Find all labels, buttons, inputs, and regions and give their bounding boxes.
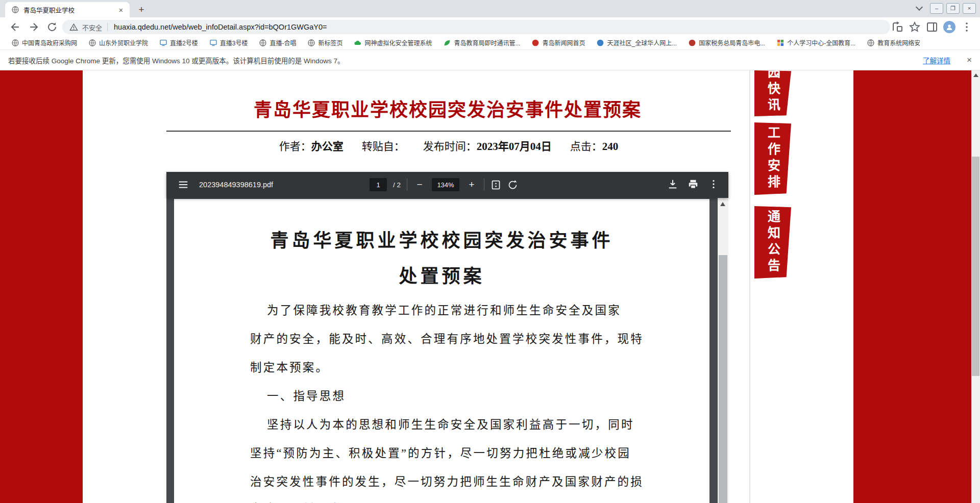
scroll-up-icon[interactable] — [973, 73, 978, 77]
globe-icon — [259, 39, 267, 47]
page-scrollbar[interactable] — [971, 70, 980, 503]
browser-tab[interactable]: 青岛华夏职业学校 × — [5, 2, 130, 17]
pdf-scrollbar[interactable] — [718, 198, 728, 503]
restore-button[interactable]: ❐ — [946, 3, 960, 14]
side-tab-notices[interactable]: 通知公告 — [754, 206, 791, 279]
scroll-up-icon[interactable] — [720, 202, 725, 206]
pdf-zoom-level[interactable]: 134% — [432, 178, 459, 191]
site-favicon-globe-icon — [11, 6, 19, 14]
divider — [749, 70, 750, 503]
meta-hits: 点击：240 — [570, 138, 619, 153]
pdf-filename: 202394849398619.pdf — [199, 181, 273, 189]
tab-title: 青岛华夏职业学校 — [23, 5, 116, 15]
side-panel-icon[interactable] — [926, 21, 938, 33]
learning-center-icon — [776, 39, 785, 47]
document-text-line: 失降到最低限度。 — [250, 499, 653, 503]
globe-icon — [307, 39, 315, 47]
right-red-band — [853, 70, 971, 503]
document-title-line2: 处置预案 — [174, 261, 709, 288]
bookmark-item[interactable]: 教育系统网络安全保障... — [862, 37, 920, 49]
leaf-icon — [443, 39, 451, 47]
bookmark-item[interactable]: 山东外贸职业学院 — [83, 37, 154, 49]
page-content: 园快讯 工作安排 通知公告 青岛华夏职业学校校园突发治安事件处置预案 作者：办公… — [0, 70, 980, 503]
bookmark-label: 个人学习中心-全国教育... — [787, 38, 855, 47]
share-icon[interactable] — [891, 21, 903, 33]
profile-avatar[interactable] — [943, 21, 955, 33]
bookmark-item[interactable]: 国家税务总局青岛市电... — [683, 37, 771, 49]
blue-globe-icon — [596, 39, 604, 47]
new-tab-button[interactable]: + — [135, 4, 148, 16]
url-text: huaxia.qdedu.net/web/web_infoDetail.aspx… — [114, 23, 327, 31]
divider — [484, 179, 484, 191]
side-tab-work-schedule[interactable]: 工作安排 — [754, 122, 791, 195]
bookmark-item[interactable]: 中国青岛政府采购网 — [6, 37, 83, 49]
security-label: 不安全 — [82, 22, 102, 32]
back-icon[interactable] — [9, 21, 21, 33]
meta-source: 转贴自： — [362, 138, 405, 153]
pdf-document-page: 青岛华夏职业学校校园突发治安事件 处置预案 为了保障我校教育教学工作的正常进行和… — [174, 199, 709, 503]
tab-strip: 青岛华夏职业学校 × + – ❐ × — [0, 0, 980, 17]
article-title: 青岛华夏职业学校校园突发治安事件处置预案 — [83, 95, 813, 121]
menu-dots-icon[interactable] — [961, 21, 973, 33]
update-notification-bar: 若要接收后续 Google Chrome 更新，您需使用 Windows 10 … — [0, 50, 980, 70]
document-text-line: 治安突发性事件的发生，尽一切努力把师生生命财产及国家财产的损 — [250, 472, 653, 489]
zoom-in-button[interactable]: + — [465, 179, 478, 191]
globe-icon — [88, 39, 96, 47]
divider — [107, 23, 108, 31]
chevron-down-icon[interactable] — [916, 4, 923, 11]
pdf-toolbar: 202394849398619.pdf 1 / 2 − 134% + — [166, 172, 728, 198]
reload-icon[interactable] — [46, 21, 58, 33]
bookmark-item[interactable]: 直播3号楼 — [204, 37, 254, 49]
pdf-more-options-icon[interactable] — [708, 179, 719, 190]
page-scrollbar-thumb[interactable] — [972, 157, 979, 376]
bookmark-item[interactable]: 网神虚拟化安全管理系统 — [349, 37, 438, 49]
notification-text: 若要接收后续 Google Chrome 更新，您需使用 Windows 10 … — [8, 55, 345, 65]
window-close-button[interactable]: × — [963, 3, 976, 14]
bookmark-item[interactable]: 青岛新闻网首页 — [526, 37, 591, 49]
pdf-toolbar-right — [667, 179, 719, 190]
bookmark-label: 直播2号楼 — [170, 38, 198, 47]
pdf-menu-icon[interactable] — [178, 179, 189, 190]
bookmark-star-icon[interactable] — [909, 21, 921, 33]
bookmark-item[interactable]: 直播2号楼 — [154, 37, 204, 49]
fit-to-page-icon[interactable] — [491, 180, 501, 190]
globe-icon — [867, 39, 875, 47]
bookmark-label: 国家税务总局青岛市电... — [699, 38, 765, 47]
browser-window: 青岛华夏职业学校 × + – ❐ × 不安全 huaxia.qdedu.net/… — [0, 0, 980, 503]
learn-more-link[interactable]: 了解详情 — [923, 55, 950, 65]
bookmark-item[interactable]: 个人学习中心-全国教育... — [771, 37, 862, 49]
forward-icon[interactable] — [28, 21, 40, 33]
news-site-icon — [531, 39, 540, 47]
bookmark-item[interactable]: 天涯社区_全球华人网上... — [591, 37, 683, 49]
toolbar-right-icons — [891, 21, 973, 33]
monitor-icon — [209, 39, 217, 47]
monitor-icon — [159, 39, 167, 47]
bookmark-label: 中国青岛政府采购网 — [22, 38, 77, 47]
not-secure-warning-icon — [69, 23, 78, 32]
bookmark-label: 青岛新闻网首页 — [542, 38, 585, 47]
pdf-scrollbar-thumb[interactable] — [719, 255, 727, 503]
pdf-viewer: 202394849398619.pdf 1 / 2 − 134% + — [166, 172, 728, 503]
document-text-line: 一、指导思想 — [267, 387, 670, 403]
rotate-icon[interactable] — [507, 180, 518, 190]
tab-close-icon[interactable]: × — [116, 6, 126, 14]
side-tab-label: 通知公告 — [767, 210, 779, 275]
bookmark-item[interactable]: 直播-合唱 — [254, 37, 302, 49]
zoom-out-button[interactable]: − — [413, 179, 426, 191]
document-text-line: 财产的安全，能及时、高效、合理有序地处置学校突发性事件，现特 — [250, 330, 653, 346]
bookmark-label: 网神虚拟化安全管理系统 — [364, 38, 432, 47]
pdf-page-input[interactable]: 1 — [370, 178, 387, 191]
address-bar[interactable]: 不安全 huaxia.qdedu.net/web/web_infoDetail.… — [62, 20, 890, 34]
divider — [407, 179, 407, 191]
side-tab-label: 工作安排 — [767, 126, 779, 191]
pdf-page-controls: 1 / 2 − 134% + — [370, 178, 518, 191]
bookmarks-list: 中国青岛政府采购网 山东外贸职业学院 直播2号楼 直播3号楼 直播-合唱 新标签… — [6, 37, 920, 49]
bookmark-item[interactable]: 新标签页 — [302, 37, 349, 49]
bookmark-item[interactable]: 青岛教育局即时通讯管... — [438, 37, 526, 49]
title-rule — [166, 131, 731, 132]
print-icon[interactable] — [688, 179, 699, 190]
minimize-button[interactable]: – — [930, 3, 943, 14]
download-icon[interactable] — [667, 179, 678, 190]
notification-close-icon[interactable]: × — [967, 55, 972, 65]
bookmark-label: 直播-合唱 — [270, 38, 296, 47]
